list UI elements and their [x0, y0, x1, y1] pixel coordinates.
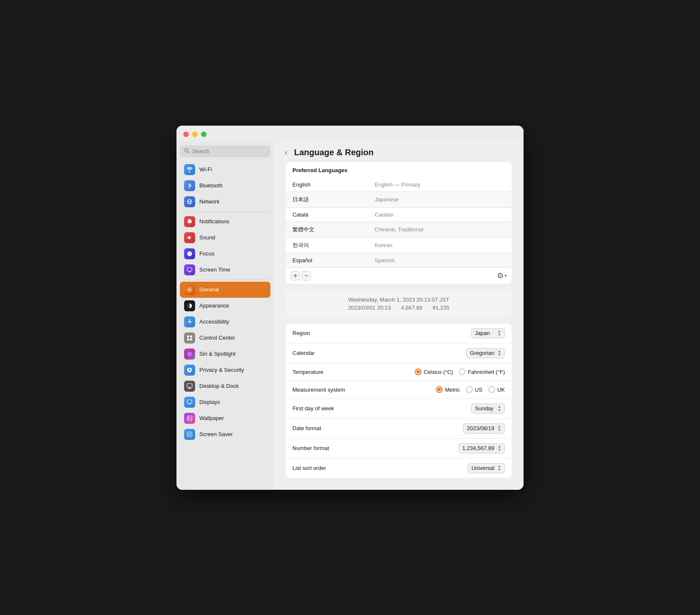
search-input[interactable]: [192, 148, 266, 154]
sidebar-item-privacy[interactable]: Privacy & Security: [180, 362, 270, 378]
main-panel: ‹ Language & Region Preferred Languages …: [274, 141, 524, 490]
remove-language-button[interactable]: −: [302, 271, 311, 280]
dateformat-arrows[interactable]: ▲▼: [498, 425, 501, 432]
listsort-value: Universal: [471, 465, 494, 471]
controlcenter-icon: [184, 332, 195, 343]
sidebar-item-focus[interactable]: Focus: [180, 246, 270, 262]
language-name: 한국어: [286, 237, 368, 253]
sidebar-label-accessibility: Accessibility: [199, 318, 229, 325]
settings-card: Region Japan ▲▼ Calendar Gregorian ▲▼ Te…: [286, 324, 512, 478]
svg-point-8: [189, 319, 190, 321]
window-content: Wi-Fi Bluetooth Network Notifications So…: [176, 141, 524, 490]
sidebar-item-controlcenter[interactable]: Control Center: [180, 330, 270, 346]
dateformat-select[interactable]: 2023/08/19 ▲▼: [463, 423, 505, 434]
sidebar-item-wallpaper[interactable]: Wallpaper: [180, 410, 270, 426]
sidebar-item-sound[interactable]: Sound: [180, 230, 270, 246]
focus-icon: [184, 248, 195, 259]
language-name: Español: [286, 253, 368, 267]
language-name: 繁體中文: [286, 222, 368, 237]
listsort-arrows[interactable]: ▲▼: [498, 465, 501, 472]
numberformat-select[interactable]: 1,234,567.89 ▲▼: [458, 443, 505, 453]
listsort-label: List sort order: [292, 465, 468, 471]
measurement-label: Measurement system: [292, 387, 436, 393]
region-control: Japan ▲▼: [471, 328, 505, 338]
region-value: Japan: [475, 330, 490, 336]
language-row[interactable]: Català Catalan: [286, 207, 512, 222]
setting-row-listsort: List sort order Universal ▲▼: [286, 459, 512, 478]
bluetooth-icon: [184, 180, 195, 191]
radio-label: UK: [497, 387, 505, 393]
svg-rect-17: [187, 400, 192, 403]
sidebar-label-focus: Focus: [199, 250, 214, 257]
desktopanddock-icon: [184, 381, 195, 392]
measurement-option-us[interactable]: US: [466, 386, 482, 393]
accessibility-icon: [184, 316, 195, 327]
measurement-option-uk[interactable]: UK: [488, 386, 505, 393]
radio-indicator: [488, 386, 495, 393]
setting-row-calendar: Calendar Gregorian ▲▼: [286, 343, 512, 363]
svg-rect-5: [187, 268, 192, 271]
firstday-label: First day of week: [292, 405, 471, 412]
calendar-arrows[interactable]: ▲▼: [498, 350, 501, 357]
radio-label: Metric: [445, 387, 460, 393]
language-options-button[interactable]: ⚙ ▾: [497, 271, 507, 280]
sidebar-item-screentime[interactable]: Screen Time: [180, 262, 270, 278]
calendar-select[interactable]: Gregorian ▲▼: [466, 348, 505, 358]
search-bar[interactable]: [180, 146, 270, 157]
close-button[interactable]: [183, 132, 189, 137]
firstday-select[interactable]: Sunday ▲▼: [471, 404, 505, 414]
temperature-radio-group: Celsius (°C) Fahrenheit (°F): [415, 368, 505, 375]
svg-point-6: [189, 289, 190, 291]
numberformat-value: 1,234,567.89: [462, 445, 494, 451]
svg-point-19: [188, 417, 190, 418]
svg-rect-10: [190, 335, 192, 338]
firstday-control: Sunday ▲▼: [471, 404, 505, 414]
wallpaper-icon: [184, 413, 195, 424]
firstday-arrows[interactable]: ▲▼: [498, 405, 501, 412]
language-description: Spanish: [368, 253, 512, 267]
region-select[interactable]: Japan ▲▼: [471, 328, 505, 338]
maximize-button[interactable]: [201, 132, 207, 137]
sidebar-label-sound: Sound: [199, 234, 215, 241]
language-row[interactable]: 繁體中文 Chinese, Traditional: [286, 222, 512, 237]
temperature-control: Celsius (°C) Fahrenheit (°F): [415, 368, 505, 375]
format-preview: Wednesday, March 1, 2023 20:13:07 JST 20…: [286, 291, 512, 317]
language-row[interactable]: Español Spanish: [286, 253, 512, 267]
minimize-button[interactable]: [192, 132, 198, 137]
language-row[interactable]: 日本語 Japanese: [286, 192, 512, 207]
sidebar-item-displays[interactable]: Displays: [180, 394, 270, 410]
add-language-button[interactable]: +: [291, 271, 300, 280]
language-row[interactable]: 한국어 Korean: [286, 237, 512, 253]
language-row[interactable]: English English — Primary: [286, 178, 512, 192]
svg-rect-14: [187, 384, 192, 387]
sidebar-item-accessibility[interactable]: Accessibility: [180, 314, 270, 330]
back-button[interactable]: ‹: [282, 147, 290, 158]
screentime-icon: [184, 264, 195, 275]
sound-icon: [184, 232, 195, 243]
sidebar-label-displays: Displays: [199, 399, 220, 405]
sidebar-item-bluetooth[interactable]: Bluetooth: [180, 178, 270, 194]
temperature-option-celsius[interactable]: Celsius (°C): [415, 368, 453, 375]
listsort-select[interactable]: Universal ▲▼: [468, 463, 505, 473]
sidebar: Wi-Fi Bluetooth Network Notifications So…: [176, 141, 274, 490]
dateformat-value: 2023/08/19: [467, 425, 494, 431]
format-numbers: 2023/03/01 20:13 4,567.89 ¥1,235: [292, 305, 505, 311]
sidebar-item-wifi[interactable]: Wi-Fi: [180, 162, 270, 178]
format-date-short: 2023/03/01 20:13: [348, 305, 391, 311]
sidebar-item-appearance[interactable]: Appearance: [180, 298, 270, 314]
measurement-option-metric[interactable]: Metric: [436, 386, 460, 393]
temperature-option-fahrenheit[interactable]: Fahrenheit (°F): [459, 368, 505, 375]
sidebar-item-screensaver[interactable]: Screen Saver: [180, 426, 270, 442]
sidebar-item-notifications[interactable]: Notifications: [180, 214, 270, 230]
sidebar-item-siri[interactable]: Siri & Spotlight: [180, 346, 270, 362]
siri-icon: [184, 349, 195, 360]
sidebar-item-network[interactable]: Network: [180, 194, 270, 210]
numberformat-arrows[interactable]: ▲▼: [498, 445, 501, 452]
sidebar-item-desktopanddock[interactable]: Desktop & Dock: [180, 378, 270, 394]
sidebar-label-screensaver: Screen Saver: [199, 431, 233, 437]
sidebar-label-network: Network: [199, 198, 220, 205]
sidebar-item-general[interactable]: General: [180, 282, 270, 298]
sidebar-divider: [180, 211, 270, 212]
region-arrows[interactable]: ▲▼: [498, 330, 501, 337]
sidebar-divider: [180, 280, 270, 280]
